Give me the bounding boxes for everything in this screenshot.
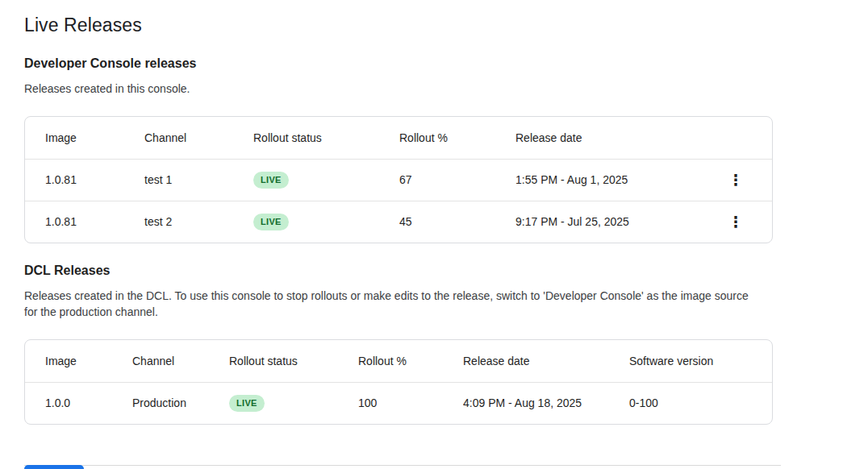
cell-actions: ⋮ xyxy=(709,159,773,201)
cell-channel: Production xyxy=(132,382,229,424)
column-header-channel: Channel xyxy=(144,117,253,159)
cell-rollout-percent: 45 xyxy=(399,201,515,243)
dcl-releases-description: Releases created in the DCL. To use this… xyxy=(24,288,760,320)
table-row: 1.0.81 test 2 LIVE 45 9:17 PM - Jul 25, … xyxy=(25,201,773,243)
cell-actions: ⋮ xyxy=(709,201,773,243)
table-header-row: Image Channel Rollout status Rollout % R… xyxy=(25,117,773,159)
cell-rollout-percent: 100 xyxy=(358,382,463,424)
developer-console-releases-description: Releases created in this console. xyxy=(24,81,760,97)
column-header-rollout-percent: Rollout % xyxy=(399,117,515,159)
table-row: 1.0.0 Production LIVE 100 4:09 PM - Aug … xyxy=(25,382,773,424)
column-header-rollout-percent: Rollout % xyxy=(358,340,463,382)
table-header-row: Image Channel Rollout status Rollout % R… xyxy=(25,340,773,382)
column-header-image: Image xyxy=(25,340,132,382)
column-header-rollout-status: Rollout status xyxy=(253,117,399,159)
live-releases-page: Live Releases Developer Console releases… xyxy=(0,0,868,469)
cell-software-version: 0-100 xyxy=(629,382,773,424)
dcl-releases-heading: DCL Releases xyxy=(24,264,844,278)
cell-channel: test 1 xyxy=(144,159,253,201)
row-actions-kebab-icon[interactable]: ⋮ xyxy=(724,210,747,233)
column-header-image: Image xyxy=(25,117,144,159)
column-header-rollout-status: Rollout status xyxy=(229,340,358,382)
cell-rollout-status: LIVE xyxy=(253,159,399,201)
column-header-software-version: Software version xyxy=(629,340,773,382)
developer-console-releases-table: Image Channel Rollout status Rollout % R… xyxy=(24,116,773,243)
cell-rollout-status: LIVE xyxy=(253,201,399,243)
cell-image: 1.0.81 xyxy=(25,159,144,201)
cell-rollout-status: LIVE xyxy=(229,382,358,424)
cell-image: 1.0.81 xyxy=(25,201,144,243)
row-actions-kebab-icon[interactable]: ⋮ xyxy=(724,168,747,191)
live-status-badge: LIVE xyxy=(229,395,265,412)
column-header-channel: Channel xyxy=(132,340,229,382)
live-status-badge: LIVE xyxy=(253,172,289,189)
column-header-release-date: Release date xyxy=(515,117,709,159)
column-header-actions xyxy=(709,117,773,159)
cell-rollout-percent: 67 xyxy=(399,159,515,201)
cell-release-date: 9:17 PM - Jul 25, 2025 xyxy=(515,201,709,243)
dcl-releases-table: Image Channel Rollout status Rollout % R… xyxy=(24,339,773,425)
primary-button-partial[interactable] xyxy=(24,465,84,469)
developer-console-releases-heading: Developer Console releases xyxy=(24,56,844,71)
column-header-release-date: Release date xyxy=(463,340,629,382)
cell-release-date: 4:09 PM - Aug 18, 2025 xyxy=(463,382,629,424)
page-title: Live Releases xyxy=(24,15,844,36)
cell-channel: test 2 xyxy=(144,201,253,243)
table-row: 1.0.81 test 1 LIVE 67 1:55 PM - Aug 1, 2… xyxy=(25,159,773,201)
live-status-badge: LIVE xyxy=(253,214,289,230)
bottom-divider xyxy=(24,465,781,466)
cell-release-date: 1:55 PM - Aug 1, 2025 xyxy=(515,159,709,201)
cell-image: 1.0.0 xyxy=(25,382,132,424)
